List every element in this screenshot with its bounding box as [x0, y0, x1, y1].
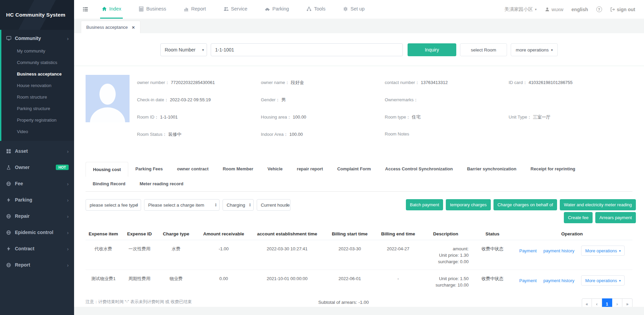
pagination-first-button[interactable]: « [582, 298, 592, 307]
row-more-operations-dropdown[interactable]: More operations ▾ [581, 275, 625, 286]
sidebar-item-report[interactable]: Report › [0, 257, 74, 273]
pagination-last-button[interactable]: » [622, 298, 632, 307]
charge-item-select[interactable]: Please select a charge item ▴▾ [144, 199, 220, 211]
user-menu[interactable]: wuxw [545, 7, 564, 12]
tab-housing-cost[interactable]: Housing cost [86, 162, 128, 177]
globe-icon [6, 262, 11, 268]
nav-item-setup[interactable]: Set up [341, 0, 366, 19]
search-type-select[interactable]: Room Number ▾ [160, 43, 207, 56]
fee-actions-row-2: Create fee Arrears payment [564, 212, 636, 223]
temporary-charges-button[interactable]: temporary charges [446, 199, 490, 210]
payment-link[interactable]: Payment [519, 277, 536, 284]
user-icon [545, 7, 550, 12]
sidebar-item-fee[interactable]: Fee › [0, 175, 74, 192]
sidebar-item-contract[interactable]: Contract › [0, 240, 74, 257]
sidebar-item-parking-structure[interactable]: Parking structure [1, 103, 74, 114]
tab-binding-record[interactable]: Binding Record [86, 176, 133, 191]
cell-operation: Payment payment history More operations … [512, 275, 632, 286]
open-tab-label: Business acceptance [86, 25, 128, 30]
owner-info-section: owner number：772022032285430061 owner na… [74, 66, 644, 158]
sidebar-item-epidemic-control[interactable]: Epidemic control › [0, 224, 74, 240]
caret-down-icon: ▾ [202, 48, 204, 52]
nav-item-business[interactable]: Business [137, 0, 168, 19]
meter-reading-button[interactable]: Water and electricity meter reading [560, 199, 636, 210]
arrears-payment-button[interactable]: Arrears payment [595, 212, 636, 223]
sidebar-item-property-registration[interactable]: Property registration [1, 114, 74, 126]
nav-item-report[interactable]: Report [182, 0, 208, 19]
charging-status-select[interactable]: Charging ▴▾ [223, 199, 254, 211]
sidebar-item-community[interactable]: Community › [1, 31, 74, 45]
description-line: surcharge: 0.00 [418, 258, 468, 265]
tab-meter-reading-record[interactable]: Meter reading record [133, 176, 190, 191]
charge-on-behalf-button[interactable]: Charge charges on behalf of [493, 199, 557, 210]
sidebar-item-room-structure[interactable]: Room structure [1, 91, 74, 103]
tab-parking-fees[interactable]: Parking Fees [128, 162, 170, 176]
status-badge: 收费中状态 [473, 275, 511, 282]
sidebar-item-asset[interactable]: Asset › [0, 143, 74, 159]
payment-link[interactable]: Payment [519, 248, 536, 254]
topbar: Index Business Report Service Parking [74, 0, 644, 19]
nav-item-service[interactable]: Service [222, 0, 249, 19]
nav-label: Business [146, 6, 166, 12]
nav-label: Report [191, 6, 206, 12]
pagination-prev-button[interactable]: ‹ [592, 298, 602, 307]
chevron-right-icon: › [67, 36, 69, 41]
sidebar-item-label: Parking [15, 197, 32, 203]
owner-field: Room Status：装修中 [137, 131, 261, 149]
cell-established: 2022-03-30 10:27:41 [253, 245, 321, 252]
bolt-icon [6, 246, 11, 251]
sidebar-item-label: Community [15, 36, 41, 41]
community-selector[interactable]: 美满家园小区 ▾ [505, 6, 537, 13]
more-operations-dropdown[interactable]: more operations ▾ [511, 43, 558, 56]
pagination-next-button[interactable]: › [612, 298, 622, 307]
tab-vehicle[interactable]: Vehicle [260, 162, 290, 176]
room-search-input[interactable] [211, 43, 403, 56]
footer-note-line: 注意：计费结束时间 “-” 表示未到计费时间 或 收费已结束 [86, 298, 261, 306]
pagination-page-1[interactable]: 1 [602, 298, 612, 307]
open-tab-business-acceptance[interactable]: Business acceptance × [81, 21, 140, 33]
signout-button[interactable]: sign out [610, 7, 635, 12]
field-value: 100.00 [289, 132, 303, 137]
current-house-select[interactable]: Current house ▴▾ [257, 199, 291, 211]
nav-item-tools[interactable]: Tools [305, 0, 327, 19]
row-more-operations-dropdown[interactable]: More operations ▾ [581, 246, 625, 256]
select-room-button[interactable]: select Room [460, 43, 507, 56]
fee-type-select[interactable]: please select a fee type ▴▾ [86, 199, 141, 211]
sidebar-item-community-statistics[interactable]: Community statistics [1, 57, 74, 68]
language-switch[interactable]: english [572, 7, 588, 12]
sidebar-item-repair[interactable]: Repair › [0, 208, 74, 224]
sidebar-item-house-renovation[interactable]: House renovation [1, 80, 74, 91]
cell-charge-type: 物业费 [158, 275, 194, 282]
tab-owner-contract[interactable]: owner contract [170, 162, 215, 176]
sidebar-item-label: Repair [15, 213, 30, 219]
tab-complaint-form[interactable]: Complaint Form [330, 162, 378, 176]
tab-barrier-sync[interactable]: Barrier synchronization [460, 162, 524, 176]
field-label: Check-in date： [137, 97, 168, 102]
field-value: 段好金 [291, 80, 304, 85]
sidebar-item-owner[interactable]: Owner HOT [0, 159, 74, 175]
tab-repair-report[interactable]: repair report [290, 162, 330, 176]
nav-label: Tools [314, 6, 325, 12]
sidebar-item-parking[interactable]: Parking › [0, 192, 74, 208]
sidebar-item-video[interactable]: Video [1, 126, 74, 138]
nav-item-parking[interactable]: Parking [263, 0, 291, 19]
tab-access-control-sync[interactable]: Access Control Synchronization [378, 162, 460, 176]
nav-item-index[interactable]: Index [100, 0, 123, 19]
close-icon[interactable]: × [132, 25, 135, 30]
field-value: 2022-03-22 09:55:19 [170, 97, 211, 102]
batch-payment-button[interactable]: Batch payment [406, 199, 443, 210]
avatar-head-shape [99, 84, 116, 105]
payment-history-link[interactable]: payment history [544, 248, 575, 254]
help-icon[interactable]: ? [596, 6, 602, 12]
col-billing-start-time: Billing start time [321, 231, 378, 236]
col-expense-id: Expense ID [121, 231, 158, 236]
tab-room-member[interactable]: Room Member [215, 162, 260, 176]
tab-receipt-reprinting[interactable]: Receipt for reprinting [524, 162, 582, 176]
sidebar-item-my-community[interactable]: My community [1, 45, 74, 57]
inquiry-button[interactable]: Inquiry [408, 43, 456, 56]
sidebar-toggle-icon[interactable] [82, 6, 89, 12]
create-fee-button[interactable]: Create fee [564, 212, 593, 223]
payment-history-link[interactable]: payment history [544, 277, 575, 284]
charging-status-value: Charging [227, 203, 245, 208]
sidebar-item-business-acceptance[interactable]: Business acceptance [1, 68, 74, 80]
